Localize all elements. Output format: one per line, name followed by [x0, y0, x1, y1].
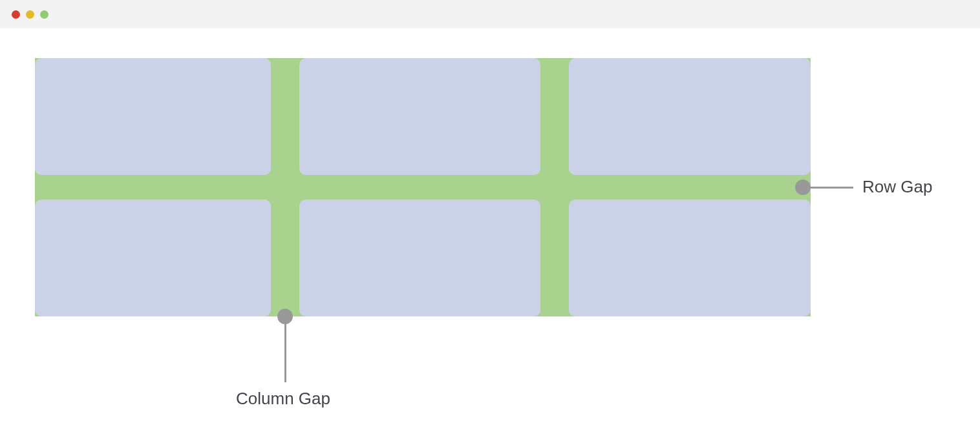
grid-cell: [299, 200, 540, 316]
grid-cell: [569, 200, 811, 316]
grid-cell: [35, 58, 271, 175]
close-icon[interactable]: [12, 10, 20, 19]
column-gap-label: Column Gap: [236, 389, 330, 409]
annotation-connector: [284, 316, 286, 382]
annotation-dot-column-gap: [277, 309, 293, 324]
annotation-dot-row-gap: [795, 180, 811, 195]
grid-cell: [569, 58, 811, 175]
minimize-icon[interactable]: [26, 10, 34, 19]
grid-cell: [299, 58, 540, 175]
window-titlebar: [0, 0, 980, 28]
grid-gap-diagram: Row Gap Column Gap: [35, 58, 811, 316]
grid-cell: [35, 200, 271, 316]
row-gap-label: Row Gap: [862, 177, 932, 197]
zoom-icon[interactable]: [40, 10, 48, 19]
